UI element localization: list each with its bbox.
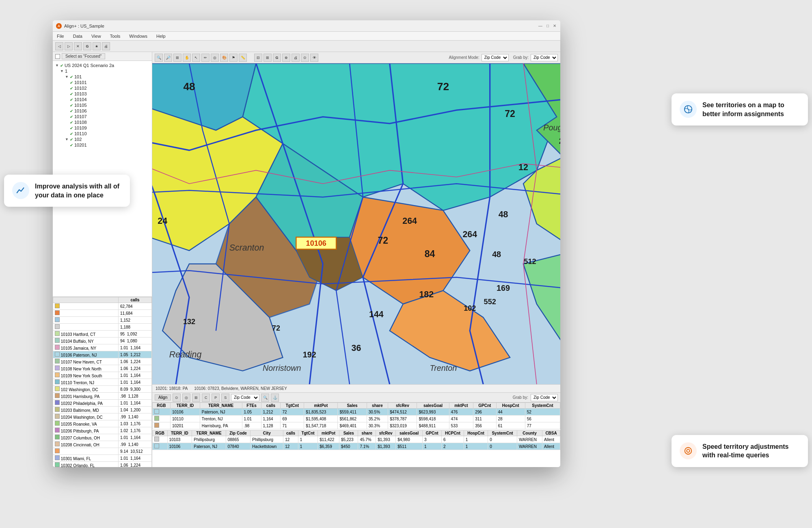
tree-item-10101[interactable]: ✔ 10101 xyxy=(53,80,152,85)
table-row[interactable]: 10109 New York South 1.01 1,164 xyxy=(53,372,152,379)
table-row[interactable]: 10208 Cincinnati, OH .99 1,140 xyxy=(53,441,152,448)
menu-tools[interactable]: Tools xyxy=(108,33,122,39)
bt1-col-tgtcnt[interactable]: TgtCnt xyxy=(281,403,304,409)
bottom-tb-s[interactable]: S xyxy=(221,394,229,402)
map-tb-g[interactable]: G xyxy=(273,54,281,62)
table-row[interactable]: 10107 New Haven, CT 1.06 1,224 xyxy=(53,358,152,365)
bottom-tb-search[interactable]: 🔍 xyxy=(261,394,269,402)
tree-item-101[interactable]: ▼ ✔ 101 xyxy=(53,74,152,80)
tree-item-102[interactable]: ▼ ✔ 102 xyxy=(53,136,152,142)
table-row[interactable]: 10202 Philadelphia, PA 1.01 1,164 xyxy=(53,400,152,407)
table-row[interactable]: 10204 Washington, DC .99 1,140 xyxy=(53,413,152,420)
map-tb-magnify-plus[interactable]: 🔍 xyxy=(155,54,163,62)
grab-by-select[interactable]: Zip Code xyxy=(531,54,558,61)
table-row[interactable]: 10201 Harrisburg, PA .98 1,128 xyxy=(53,393,152,400)
bt1-col-terr-id[interactable]: TERR_ID xyxy=(170,403,200,409)
bt1-col-mktpot[interactable]: mktPot xyxy=(304,403,338,409)
bottom-grab-by-select[interactable]: Zip Code xyxy=(531,394,558,401)
table-row[interactable]: 10207 Columbus, OH 1.01 1,164 xyxy=(53,434,152,441)
bt2-col-terr-name[interactable]: TERR_NAME xyxy=(192,431,226,436)
bt1-col-gpcnt[interactable]: GPCnt xyxy=(473,403,496,409)
toolbar-btn-3[interactable]: ✕ xyxy=(74,42,82,50)
left-data-table-panel[interactable]: calls 62,784 11,684 1,152 1,188 10103 Ha… xyxy=(53,296,152,467)
bottom-tb-c[interactable]: C xyxy=(202,394,210,402)
toolbar-btn-print[interactable]: 🖨 xyxy=(102,42,110,50)
bottom-tb-anchor[interactable]: ⚓ xyxy=(271,394,279,402)
bt1-col-calls[interactable]: calls xyxy=(261,403,281,409)
bt1-col-mktpct[interactable]: mktPct xyxy=(449,403,473,409)
map-tb-eye[interactable]: 👁 xyxy=(310,54,318,62)
table-row[interactable]: 1,188 xyxy=(53,324,152,331)
focused-button[interactable]: Select as "Focused" xyxy=(62,53,105,59)
restore-button[interactable]: □ xyxy=(546,24,550,28)
toolbar-btn-star[interactable]: ★ xyxy=(93,42,101,50)
table-row[interactable]: 10106 Paterson, NJ 1.05 1,212 xyxy=(53,351,152,358)
bt1-col-hospcnt[interactable]: HospCnt xyxy=(496,403,525,409)
menu-data[interactable]: Data xyxy=(71,33,84,39)
minimize-button[interactable]: — xyxy=(538,24,543,28)
map-tb-magnet[interactable]: ◎ xyxy=(211,54,219,62)
bt2-col-tgtcnt[interactable]: TgtCnt xyxy=(298,431,317,436)
map-tb-pencil[interactable]: ✏ xyxy=(201,54,209,62)
col-calls[interactable]: calls xyxy=(119,297,152,303)
table-row[interactable]: 11,684 xyxy=(53,310,152,317)
tree-item-10110[interactable]: ✔ 10110 xyxy=(53,131,152,136)
zip-code-select[interactable]: Zip Code xyxy=(231,394,259,401)
map-tb-grid[interactable]: ⊞ xyxy=(263,54,272,62)
table-row[interactable]: 10106 Paterson, NJ 1.05 1,212 72 $1,835,… xyxy=(153,409,560,415)
menu-windows[interactable]: Windows xyxy=(127,33,149,39)
bt1-col-terr-name[interactable]: TERR_NAME xyxy=(200,403,242,409)
bt2-col-terr-id[interactable]: TERR_ID xyxy=(167,431,192,436)
table-row[interactable]: 10203 Baltimore, MD 1.04 1,200 xyxy=(53,407,152,413)
map-tb-flag[interactable]: ⚑ xyxy=(229,54,238,62)
tree-item-10201[interactable]: ✔ 10201 xyxy=(53,142,152,148)
tree-item-10103[interactable]: ✔ 10103 xyxy=(53,91,152,97)
table-row[interactable]: 10103 Phillipsburg 08865 Phillipsburg 12… xyxy=(153,436,560,443)
toolbar-btn-1[interactable]: ◁ xyxy=(55,42,63,50)
tree-item-1[interactable]: ▼ 1 xyxy=(53,68,152,74)
map-area[interactable]: 48 72 12 72 24 12 300 240 48 264 48 512 … xyxy=(152,63,560,384)
tree-item-10108[interactable]: ✔ 10108 xyxy=(53,119,152,125)
tree-item-10109[interactable]: ✔ 10109 xyxy=(53,125,152,131)
map-tb-color[interactable]: 🎨 xyxy=(220,54,228,62)
table-row[interactable]: 10110 Trenton, NJ 1.01 1,164 xyxy=(53,379,152,386)
bottom-tb-btn2[interactable]: ◎ xyxy=(182,394,190,402)
table-row[interactable]: 10106 Paterson, NJ 07840 Hackettstown 12… xyxy=(153,443,560,450)
bottom-tb-p[interactable]: P xyxy=(212,394,220,402)
tree-item-10107[interactable]: ✔ 10107 xyxy=(53,114,152,119)
bt2-col-city[interactable]: City xyxy=(251,431,283,436)
toolbar-btn-2[interactable]: ▷ xyxy=(65,42,73,50)
map-tb-zoom-fit[interactable]: ⊞ xyxy=(173,54,181,62)
bt2-col-sfcrev[interactable]: sfcRev xyxy=(376,431,396,436)
align-button[interactable]: Align xyxy=(155,394,171,400)
map-tb-pan[interactable]: ✋ xyxy=(183,54,191,62)
table-row[interactable]: 10301 Miami, FL 1.01 1,164 xyxy=(53,455,152,462)
map-tb-magnify-minus[interactable]: 🔎 xyxy=(164,54,172,62)
focused-checkbox[interactable] xyxy=(55,54,60,59)
table-row[interactable]: 10103 Hartford, CT 95 1,092 xyxy=(53,331,152,338)
map-tb-target[interactable]: ⊙ xyxy=(301,54,309,62)
tree-item-10105[interactable]: ✔ 10105 xyxy=(53,102,152,108)
table-row[interactable]: 10110 Trenton, NJ 1.01 1,164 69 $1,595,4… xyxy=(153,415,560,422)
map-tb-print2[interactable]: 🖨 xyxy=(292,54,300,62)
map-tb-ruler[interactable]: 📏 xyxy=(239,54,247,62)
table-row[interactable]: 10104 Buffalo, NY 94 1,080 xyxy=(53,338,152,344)
bt1-col-share[interactable]: share xyxy=(367,403,388,409)
bt1-col-systemcnt[interactable]: SystemCnt xyxy=(525,403,560,409)
bottom-data-section[interactable]: RGB TERR_ID TERR_NAME FTEs calls TgtCnt … xyxy=(152,402,560,467)
table-row[interactable]: 10302 Orlando, FL 1.06 1,224 xyxy=(53,462,152,467)
map-tb-layer[interactable]: ⊕ xyxy=(282,54,290,62)
bt2-col-gpcnt[interactable]: GPCnt xyxy=(423,431,442,436)
bt1-col-sfcrev[interactable]: sfcRev xyxy=(388,403,417,409)
table-row[interactable]: 10206 Pittsburgh, PA 1.02 1,176 xyxy=(53,427,152,434)
map-tb-select[interactable]: ↖ xyxy=(192,54,200,62)
tree-item-10106[interactable]: ✔ 10106 xyxy=(53,108,152,114)
bt2-col-mktpot[interactable]: mktPot xyxy=(318,431,339,436)
bt2-col-cbsa[interactable]: CBSA xyxy=(542,431,560,436)
table-row[interactable]: 62,784 xyxy=(53,303,152,310)
table-row[interactable]: 9.14 10,512 xyxy=(53,448,152,455)
bt2-col-hcpcnt[interactable]: HCPCnt xyxy=(442,431,464,436)
bt2-col-salesgoal[interactable]: salesGoal xyxy=(396,431,423,436)
table-row[interactable]: 10205 Roanoke, VA 1.03 1,176 xyxy=(53,420,152,427)
bt2-col-systemcnt[interactable]: SystemCnt xyxy=(488,431,517,436)
